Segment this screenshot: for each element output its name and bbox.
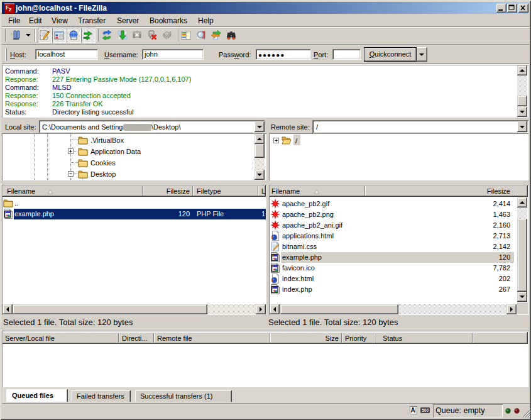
svg-text:500: 500 xyxy=(422,408,429,412)
svg-text:z: z xyxy=(9,6,12,13)
svg-text:A: A xyxy=(411,407,415,414)
